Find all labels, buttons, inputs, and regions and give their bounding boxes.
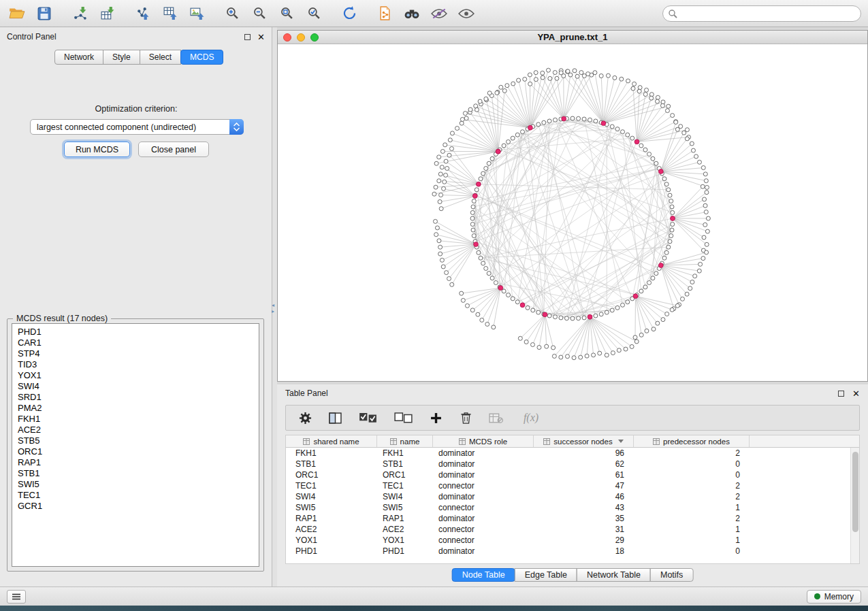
graph-node[interactable] bbox=[599, 312, 603, 316]
graph-node[interactable] bbox=[671, 114, 675, 118]
graph-node[interactable] bbox=[536, 310, 541, 314]
close-table-panel-icon[interactable]: ✕ bbox=[852, 389, 860, 398]
graph-node[interactable] bbox=[665, 312, 669, 316]
graph-node[interactable] bbox=[559, 355, 563, 359]
dominator-node[interactable] bbox=[498, 286, 503, 291]
open-file-icon[interactable] bbox=[7, 3, 27, 24]
graph-node[interactable] bbox=[448, 138, 452, 142]
graph-node[interactable] bbox=[585, 354, 589, 358]
graph-node[interactable] bbox=[548, 76, 552, 80]
graph-node[interactable] bbox=[468, 108, 472, 112]
mcds-node[interactable]: PMA2 bbox=[18, 403, 259, 414]
graph-node[interactable] bbox=[626, 133, 630, 137]
mcds-node[interactable]: RAP1 bbox=[18, 457, 259, 468]
graph-node[interactable] bbox=[434, 161, 438, 165]
graph-node[interactable] bbox=[645, 88, 649, 92]
graph-node[interactable] bbox=[654, 271, 658, 276]
graph-node[interactable] bbox=[668, 240, 672, 244]
float-panel-icon[interactable] bbox=[244, 34, 251, 40]
graph-node[interactable] bbox=[521, 130, 525, 134]
dominator-node[interactable] bbox=[472, 194, 477, 199]
graph-node[interactable] bbox=[471, 205, 475, 209]
graph-node[interactable] bbox=[649, 96, 654, 100]
mcds-node[interactable]: STB5 bbox=[18, 435, 259, 446]
dominator-node[interactable] bbox=[562, 116, 566, 121]
graph-node[interactable] bbox=[542, 120, 546, 125]
graph-node[interactable] bbox=[656, 321, 660, 325]
graph-node[interactable] bbox=[579, 71, 583, 75]
graph-node[interactable] bbox=[606, 73, 610, 78]
graph-node[interactable] bbox=[579, 355, 583, 359]
graph-node[interactable] bbox=[631, 86, 635, 90]
graph-node[interactable] bbox=[656, 95, 660, 99]
graph-node[interactable] bbox=[445, 166, 449, 170]
mcds-node[interactable]: ACE2 bbox=[18, 425, 259, 435]
graph-node[interactable] bbox=[460, 291, 464, 295]
graph-node[interactable] bbox=[479, 256, 483, 260]
graph-node[interactable] bbox=[582, 316, 586, 320]
graph-node[interactable] bbox=[541, 76, 545, 80]
graph-node[interactable] bbox=[704, 179, 708, 183]
graph-node[interactable] bbox=[438, 199, 442, 203]
column-header-name[interactable]: name bbox=[377, 435, 433, 447]
graph-node[interactable] bbox=[545, 344, 549, 348]
graph-node[interactable] bbox=[655, 99, 659, 103]
graph-node[interactable] bbox=[634, 340, 639, 344]
table-row[interactable]: STB1STB1dominator620 bbox=[286, 459, 859, 469]
graph-node[interactable] bbox=[691, 148, 695, 152]
graph-node[interactable] bbox=[447, 277, 451, 281]
graph-node[interactable] bbox=[638, 86, 642, 90]
graph-node[interactable] bbox=[534, 78, 538, 82]
graph-node[interactable] bbox=[675, 127, 679, 131]
graph-node[interactable] bbox=[639, 289, 643, 293]
graph-node[interactable] bbox=[664, 250, 669, 254]
graph-node[interactable] bbox=[447, 153, 451, 157]
graph-node[interactable] bbox=[463, 112, 467, 116]
graph-node[interactable] bbox=[701, 184, 705, 188]
graph-node[interactable] bbox=[613, 76, 617, 80]
graph-node[interactable] bbox=[528, 82, 532, 86]
graph-node[interactable] bbox=[552, 354, 556, 358]
graph-node[interactable] bbox=[670, 308, 674, 312]
graph-node[interactable] bbox=[526, 306, 530, 310]
search-input[interactable] bbox=[662, 5, 861, 22]
graph-node[interactable] bbox=[439, 207, 443, 211]
panel-splitter[interactable]: ◂▸ bbox=[272, 27, 277, 587]
graph-node[interactable] bbox=[511, 297, 515, 301]
graph-node[interactable] bbox=[537, 346, 541, 350]
graph-node[interactable] bbox=[511, 82, 515, 86]
graph-node[interactable] bbox=[599, 73, 603, 78]
graph-node[interactable] bbox=[575, 74, 579, 78]
graph-node[interactable] bbox=[594, 314, 598, 318]
graph-node[interactable] bbox=[705, 191, 709, 195]
dominator-node[interactable] bbox=[476, 182, 481, 186]
graph-node[interactable] bbox=[494, 280, 498, 284]
graph-node[interactable] bbox=[485, 322, 489, 326]
graph-node[interactable] bbox=[455, 127, 459, 131]
graph-node[interactable] bbox=[541, 71, 545, 75]
graph-node[interactable] bbox=[487, 91, 492, 95]
graph-node[interactable] bbox=[460, 121, 464, 125]
graph-node[interactable] bbox=[490, 156, 494, 161]
graph-node[interactable] bbox=[502, 88, 507, 93]
tab-mcds[interactable]: MCDS bbox=[180, 50, 223, 65]
graph-node[interactable] bbox=[671, 222, 675, 227]
graph-node[interactable] bbox=[530, 343, 534, 347]
graph-node[interactable] bbox=[690, 142, 694, 146]
graph-node[interactable] bbox=[615, 306, 620, 310]
memory-button[interactable]: Memory bbox=[807, 590, 861, 604]
graph-node[interactable] bbox=[598, 351, 602, 355]
graph-node[interactable] bbox=[502, 144, 506, 148]
graph-node[interactable] bbox=[438, 245, 443, 249]
mcds-node[interactable]: SRD1 bbox=[18, 392, 259, 403]
graph-node[interactable] bbox=[670, 228, 674, 232]
mcds-node[interactable]: STP4 bbox=[18, 348, 259, 359]
graph-node[interactable] bbox=[637, 89, 641, 93]
graph-node[interactable] bbox=[476, 312, 480, 316]
graph-node[interactable] bbox=[564, 316, 568, 320]
graph-node[interactable] bbox=[610, 125, 614, 129]
add-column-icon[interactable] bbox=[428, 410, 444, 426]
tab-node-table[interactable]: Node Table bbox=[452, 568, 515, 582]
graph-node[interactable] bbox=[705, 250, 709, 254]
graph-node[interactable] bbox=[443, 143, 447, 147]
